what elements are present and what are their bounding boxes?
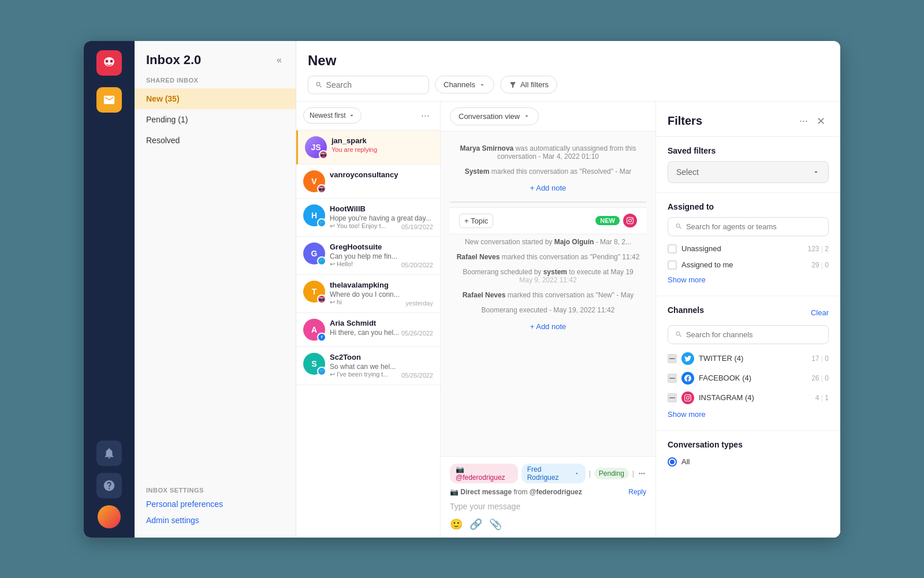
add-note-button[interactable]: + Add note bbox=[450, 179, 646, 197]
filter-icon bbox=[509, 81, 517, 89]
instagram-channel-badge: 📷 bbox=[319, 150, 328, 159]
conv-item-vanroyconsultancy[interactable]: V 📷 vanroyconsultancy bbox=[296, 165, 440, 199]
facebook-channel-row: FACEBOOK (4) 26 | 0 bbox=[668, 368, 829, 388]
facebook-channel-badge: f bbox=[317, 333, 326, 342]
help-nav-icon[interactable] bbox=[96, 473, 122, 498]
conv-reply-preview: ↩ Hello! bbox=[330, 260, 353, 269]
conv-detail-view-bar: Conversation view bbox=[441, 102, 655, 132]
all-types-label: All bbox=[681, 457, 690, 466]
reply-button[interactable]: Reply bbox=[628, 488, 646, 496]
instagram-badge bbox=[623, 214, 637, 228]
conversation-detail: Conversation view Marya Smirnova was aut… bbox=[441, 102, 655, 538]
activity-message: Rafael Neves marked this conversation as… bbox=[450, 288, 646, 303]
conv-preview: Can you help me fin... bbox=[330, 252, 433, 260]
search-icon bbox=[315, 81, 323, 89]
saved-filters-dropdown[interactable]: Select bbox=[668, 161, 829, 183]
conv-name: Aria Schmidt bbox=[330, 319, 433, 327]
conversation-list: Newest first ··· JS 📷 jan_spark You are … bbox=[296, 102, 441, 538]
conv-item-hootwillb[interactable]: H 🐦 HootWillB Hope you're having a great… bbox=[296, 199, 440, 237]
assigned-show-more[interactable]: Show more bbox=[668, 273, 829, 286]
add-note-button-2[interactable]: + Add note bbox=[450, 318, 646, 335]
filters-panel: Filters ··· ✕ Saved filters Select bbox=[655, 102, 840, 538]
conversation-messages: Marya Smirnova was automatically unassig… bbox=[441, 132, 655, 456]
app-logo[interactable] bbox=[96, 50, 122, 76]
inbox-nav-icon[interactable] bbox=[96, 87, 122, 113]
sidebar-item-resolved[interactable]: Resolved bbox=[135, 130, 296, 151]
user-avatar[interactable] bbox=[98, 505, 121, 528]
avatar: A f bbox=[303, 319, 325, 341]
emoji-icon[interactable]: 🙂 bbox=[450, 518, 463, 531]
activity-message: Boomerang scheduled by system to execute… bbox=[450, 264, 646, 288]
notification-nav-icon[interactable] bbox=[96, 441, 122, 466]
agents-search[interactable] bbox=[668, 217, 829, 236]
chevron-down-icon bbox=[479, 81, 486, 88]
assignee-tag[interactable]: Fred Rodriguez bbox=[521, 464, 586, 483]
conv-time: 05/26/2022 bbox=[401, 372, 433, 379]
conv-list-toolbar: Newest first ··· bbox=[296, 102, 440, 130]
saved-filters-title: Saved filters bbox=[668, 146, 829, 155]
svg-rect-7 bbox=[669, 397, 675, 398]
link-icon[interactable]: 🔗 bbox=[470, 518, 482, 531]
conv-reply-preview: ↩ I've been trying t... bbox=[330, 371, 389, 379]
sidebar-item-new[interactable]: New (35) bbox=[135, 88, 296, 109]
conv-preview: Where do you I conn... bbox=[330, 290, 433, 299]
facebook-channel-checkbox[interactable] bbox=[668, 374, 677, 383]
assigned-to-me-count: 29 | 0 bbox=[811, 261, 829, 269]
twitter-channel-badge: 🐦 bbox=[317, 218, 326, 228]
conv-item-jan-spark[interactable]: JS 📷 jan_spark You are replying bbox=[296, 130, 440, 165]
twitter-channel-badge: 🐦 bbox=[317, 256, 326, 266]
conv-item-greghootsuite[interactable]: G 🐦 GregHootsuite Can you help me fin...… bbox=[296, 237, 440, 275]
conversation-view-toggle[interactable]: Conversation view bbox=[450, 107, 539, 125]
twitter-icon bbox=[681, 352, 694, 365]
twitter-channel-checkbox[interactable] bbox=[668, 354, 677, 363]
reply-from-tags: 📷 @federodriguez Fred Rodriguez | Pendin… bbox=[450, 464, 646, 483]
avatar: H 🐦 bbox=[303, 204, 325, 226]
main-toolbar: Channels All filters bbox=[308, 76, 829, 94]
topic-button[interactable]: + Topic bbox=[459, 214, 493, 228]
all-filters-btn[interactable]: All filters bbox=[500, 76, 557, 94]
sidebar-collapse-icon[interactable]: « bbox=[274, 53, 284, 68]
channels-search-input[interactable] bbox=[686, 330, 821, 339]
twitter-count: 17 | 0 bbox=[811, 355, 829, 363]
assigned-to-title: Assigned to bbox=[668, 202, 829, 211]
agents-search-input[interactable] bbox=[686, 222, 821, 231]
unassigned-count: 123 | 2 bbox=[807, 245, 829, 253]
sidebar-item-pending[interactable]: Pending (1) bbox=[135, 109, 296, 130]
personal-preferences-link[interactable]: Personal preferences bbox=[135, 496, 296, 512]
more-options-btn[interactable]: ··· bbox=[418, 107, 433, 124]
chevron-down-icon bbox=[523, 113, 530, 120]
twitter-channel-badge: 🐦 bbox=[317, 367, 326, 376]
conv-item-sc2toon[interactable]: S 🐦 Sc2Toon So what can we hel... ↩ I've… bbox=[296, 347, 440, 385]
status-tag: Pending bbox=[594, 468, 629, 479]
instagram-icon bbox=[681, 391, 694, 404]
message-input-placeholder[interactable]: Type your message bbox=[450, 499, 646, 513]
conv-item-thelavalampking[interactable]: T 📷 thelavalampking Where do you I conn.… bbox=[296, 275, 440, 313]
facebook-channel-label: FACEBOOK (4) bbox=[699, 374, 751, 382]
conv-item-aria-schmidt[interactable]: A f Aria Schmidt Hi there, can you hel..… bbox=[296, 313, 440, 347]
search-icon bbox=[675, 330, 683, 338]
channels-clear-btn[interactable]: Clear bbox=[811, 308, 829, 317]
channels-search[interactable] bbox=[668, 325, 829, 344]
admin-settings-link[interactable]: Admin settings bbox=[135, 512, 296, 528]
search-input[interactable] bbox=[326, 80, 422, 90]
channels-filter-btn[interactable]: Channels bbox=[435, 76, 494, 94]
sort-button[interactable]: Newest first bbox=[303, 107, 362, 124]
facebook-icon bbox=[681, 372, 694, 385]
sidebar-title: Inbox 2.0 bbox=[146, 53, 201, 68]
filters-more-btn[interactable]: ··· bbox=[799, 115, 808, 127]
filters-title: Filters bbox=[668, 114, 702, 128]
assigned-to-me-checkbox[interactable] bbox=[668, 260, 677, 270]
unassigned-checkbox[interactable] bbox=[668, 244, 677, 253]
attachment-icon[interactable]: 📎 bbox=[489, 518, 502, 531]
channels-show-more[interactable]: Show more bbox=[668, 408, 829, 421]
filters-close-btn[interactable]: ✕ bbox=[813, 113, 829, 129]
more-options-icon[interactable] bbox=[638, 469, 646, 478]
search-bar[interactable] bbox=[308, 76, 429, 94]
instagram-channel-label: INSTAGRAM (4) bbox=[699, 393, 754, 402]
conv-time: 05/20/2022 bbox=[401, 262, 433, 269]
all-types-radio-row[interactable]: All bbox=[668, 455, 829, 469]
main-header: New Channels All filters bbox=[296, 41, 840, 102]
all-radio-btn[interactable] bbox=[668, 457, 677, 467]
instagram-channel-checkbox[interactable] bbox=[668, 393, 677, 402]
channels-filter-section: Channels Clear bbox=[656, 296, 840, 431]
